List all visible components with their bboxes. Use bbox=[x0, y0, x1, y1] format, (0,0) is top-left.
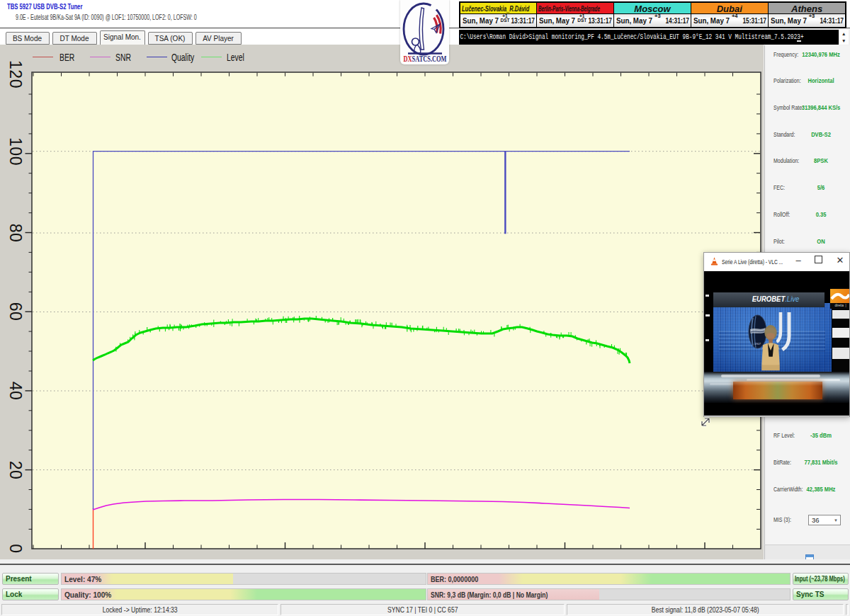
svg-text:DXSATCS.COM: DXSATCS.COM bbox=[404, 54, 447, 64]
